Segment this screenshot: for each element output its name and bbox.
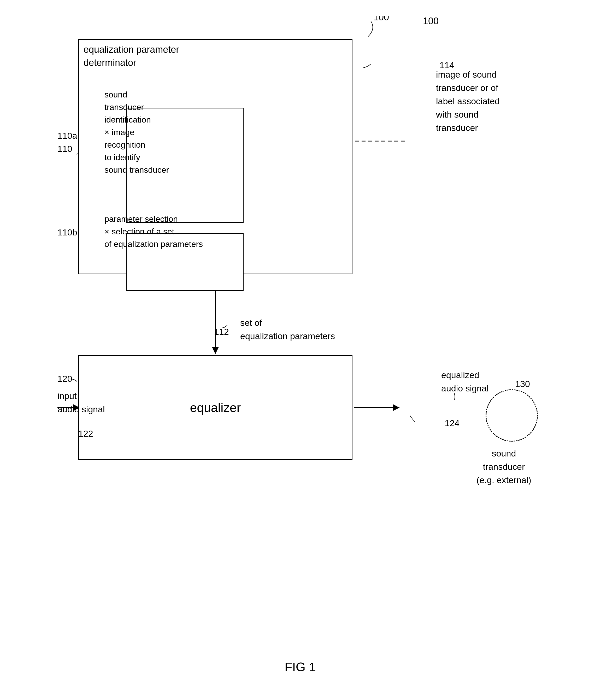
outer-box-label: equalization parameter determinator [84, 43, 179, 70]
ref-122: 122 [78, 429, 93, 439]
ref-124: 124 [445, 418, 459, 428]
label-set-eq: set of equalization parameters [240, 316, 335, 343]
ref-100: 100 [423, 16, 438, 27]
transducer-circle [486, 389, 538, 441]
inner-box-b-label: parameter selection × selection of a set… [105, 213, 203, 250]
inner-box-a-label: sound transducer identification × image … [105, 88, 169, 176]
ref-110b: 110b [57, 227, 77, 238]
fig-label: FIG 1 [285, 660, 316, 674]
ref-110: 110 [57, 144, 72, 154]
diagram-container: 100 [52, 16, 548, 682]
svg-text:100: 100 [373, 16, 389, 23]
ref-120: 120 [57, 374, 72, 384]
right-label-114: image of sound transducer or of label as… [436, 68, 535, 135]
ref-112: 112 [214, 327, 229, 337]
equalizer-label: equalizer [190, 401, 241, 415]
svg-marker-4 [212, 347, 219, 354]
label-sound-transducer: sound transducer (e.g. external) [468, 447, 540, 487]
equalizer-box: equalizer [78, 355, 352, 460]
label-input-audio: input audio signal [57, 389, 105, 416]
svg-marker-8 [393, 404, 399, 411]
ref-130: 130 [515, 379, 530, 389]
ref-110a: 110a [57, 131, 77, 141]
